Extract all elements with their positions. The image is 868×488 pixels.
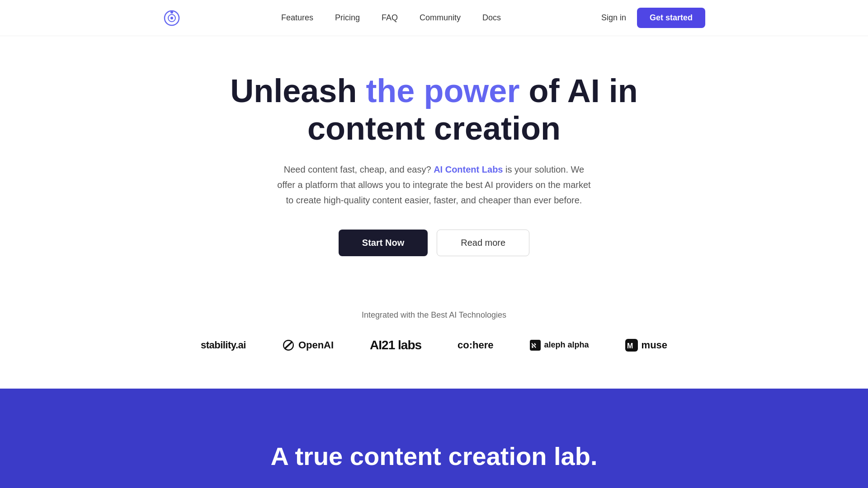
logo[interactable]	[163, 9, 181, 27]
hero-subtitle: Need content fast, cheap, and easy? AI C…	[276, 162, 592, 208]
navbar: Features Pricing FAQ Community Docs Sign…	[0, 0, 868, 36]
svg-point-3	[170, 17, 173, 19]
openai-text: OpenAI	[298, 339, 334, 351]
hero-section: Unleash the power of AI in content creat…	[0, 36, 868, 283]
alephalpha-text: aleph alpha	[544, 340, 589, 350]
stability-logo: stability.ai	[201, 339, 246, 351]
svg-text:M: M	[627, 342, 633, 350]
muse-icon: M	[625, 339, 638, 352]
blue-section: A true content creation lab.	[0, 389, 868, 488]
aleph-icon: ℵ	[530, 340, 541, 351]
start-now-button[interactable]: Start Now	[339, 230, 428, 256]
stability-text: stability.ai	[201, 339, 246, 351]
navbar-actions: Sign in Get started	[601, 8, 705, 28]
svg-text:ℵ: ℵ	[531, 342, 536, 349]
nav-pricing[interactable]: Pricing	[335, 13, 360, 22]
cohere-logo: co:here	[458, 339, 493, 351]
ai21-logo: AI21 labs	[370, 338, 421, 352]
nav-links: Features Pricing FAQ Community Docs	[281, 13, 501, 23]
hero-brand-link[interactable]: AI Content Labs	[434, 164, 503, 174]
hero-title-part2: of AI in	[519, 73, 637, 109]
svg-point-2	[170, 11, 173, 14]
integrations-section: Integrated with the Best AI Technologies…	[0, 283, 868, 389]
nav-docs[interactable]: Docs	[482, 13, 501, 22]
cohere-text: co:here	[458, 339, 493, 351]
get-started-button[interactable]: Get started	[637, 8, 705, 28]
hero-title-line2: content creation	[307, 110, 561, 146]
muse-logo: M muse	[625, 339, 667, 352]
sign-in-link[interactable]: Sign in	[601, 13, 626, 23]
nav-community[interactable]: Community	[420, 13, 461, 22]
read-more-button[interactable]: Read more	[437, 230, 529, 256]
integrations-label: Integrated with the Best AI Technologies	[362, 310, 506, 320]
hero-subtitle-prefix: Need content fast, cheap, and easy?	[284, 164, 434, 174]
blue-section-title: A true content creation lab.	[271, 441, 598, 471]
nav-features[interactable]: Features	[281, 13, 313, 22]
openai-logo: OpenAI	[282, 339, 334, 352]
hero-title-part1: Unleash	[230, 73, 366, 109]
nav-faq[interactable]: FAQ	[382, 13, 398, 22]
muse-text: muse	[642, 339, 667, 351]
integrations-logos: stability.ai OpenAI AI21 labs co:here ℵ …	[201, 338, 667, 352]
openai-icon	[282, 339, 295, 352]
hero-title-highlight: the power	[366, 73, 519, 109]
alephalpha-logo: ℵ aleph alpha	[530, 340, 589, 351]
hero-buttons: Start Now Read more	[339, 230, 529, 256]
hero-title: Unleash the power of AI in content creat…	[230, 72, 637, 147]
ai21-text: AI21 labs	[370, 338, 421, 352]
logo-icon	[163, 9, 181, 27]
